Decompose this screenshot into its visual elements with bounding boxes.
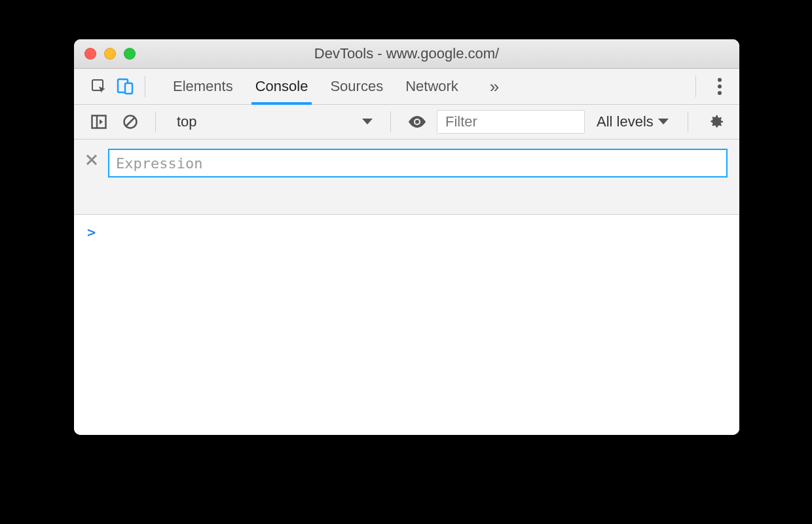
context-selector[interactable]: top xyxy=(168,113,378,130)
console-output[interactable]: > xyxy=(74,215,739,435)
no-symbol-icon xyxy=(122,114,138,130)
svg-point-5 xyxy=(718,91,722,95)
devtools-window: DevTools - www.google.com/ Elements xyxy=(74,39,739,435)
toggle-console-sidebar-icon[interactable] xyxy=(86,115,112,129)
live-expression-row xyxy=(74,140,739,215)
levels-label: All levels xyxy=(597,113,654,130)
svg-point-4 xyxy=(718,84,722,88)
device-toolbar-icon[interactable] xyxy=(112,78,138,95)
eye-icon xyxy=(407,115,427,128)
live-expression-button[interactable] xyxy=(403,115,432,128)
tabs-overflow-button[interactable]: » xyxy=(481,69,508,104)
svg-rect-2 xyxy=(125,83,132,94)
tab-label: Network xyxy=(405,78,458,95)
console-prompt[interactable]: > xyxy=(87,224,96,240)
tab-label: Console xyxy=(255,78,308,95)
svg-rect-6 xyxy=(92,116,106,128)
console-toolbar: top All levels xyxy=(74,105,739,140)
svg-point-3 xyxy=(718,78,722,82)
tab-console[interactable]: Console xyxy=(255,69,308,104)
console-settings-button[interactable] xyxy=(700,113,731,130)
context-label: top xyxy=(177,113,197,130)
divider xyxy=(695,76,696,97)
inspect-element-icon[interactable] xyxy=(86,79,112,94)
tab-elements[interactable]: Elements xyxy=(173,69,233,104)
divider xyxy=(145,76,145,97)
tabs: Elements Console Sources Network » xyxy=(157,69,689,104)
filter-input[interactable] xyxy=(437,110,585,134)
divider xyxy=(155,111,156,132)
expression-input[interactable] xyxy=(108,149,728,178)
remove-expression-button[interactable] xyxy=(86,149,100,166)
window-title: DevTools - www.google.com/ xyxy=(74,45,739,62)
close-window-button[interactable] xyxy=(84,48,96,60)
minimize-window-button[interactable] xyxy=(104,48,116,60)
chevron-down-icon xyxy=(657,118,669,126)
kebab-icon xyxy=(717,77,722,96)
clear-console-button[interactable] xyxy=(117,114,143,130)
tab-label: Elements xyxy=(173,78,233,95)
svg-line-9 xyxy=(126,118,135,126)
left-tool-cluster xyxy=(74,69,157,104)
divider xyxy=(390,111,391,132)
log-levels-selector[interactable]: All levels xyxy=(590,113,676,130)
zoom-window-button[interactable] xyxy=(124,48,136,60)
divider xyxy=(688,111,688,132)
tab-label: Sources xyxy=(330,78,383,95)
chevron-double-right-icon: » xyxy=(490,77,499,97)
close-icon xyxy=(86,154,98,166)
more-menu-button[interactable] xyxy=(703,77,737,96)
gear-icon xyxy=(707,113,724,130)
main-tabstrip: Elements Console Sources Network » xyxy=(74,69,739,105)
svg-point-11 xyxy=(415,120,419,124)
traffic-lights xyxy=(74,48,136,60)
chevron-down-icon xyxy=(361,118,373,126)
titlebar: DevTools - www.google.com/ xyxy=(74,39,739,69)
right-tool-cluster xyxy=(689,69,739,104)
tab-network[interactable]: Network xyxy=(405,69,458,104)
tab-sources[interactable]: Sources xyxy=(330,69,383,104)
